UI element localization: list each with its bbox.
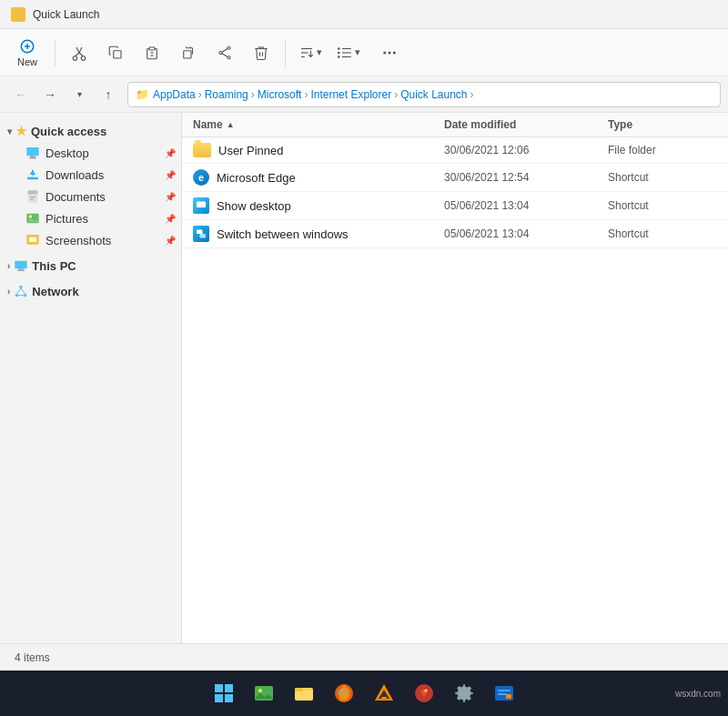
taskbar-firefox-button[interactable] xyxy=(326,675,362,711)
sort-dropdown-arrow: ▾ xyxy=(317,46,322,58)
delete-icon xyxy=(253,45,269,61)
breadcrumb-bar[interactable]: 📁 AppData › Roaming › Microsoft › Intern… xyxy=(127,82,721,107)
pin-downloads-icon: 📌 xyxy=(165,170,176,180)
cut-button[interactable] xyxy=(63,36,96,69)
taskbar-app7-button[interactable] xyxy=(486,675,522,711)
more-button[interactable] xyxy=(373,36,406,69)
breadcrumb-folder-icon: 📁 xyxy=(136,88,149,101)
file-row-switchwindows[interactable]: Switch between windows 05/06/2021 13:04 … xyxy=(182,220,728,248)
main-content: ▾ ★ Quick access Desktop 📌 xyxy=(0,113,728,643)
copy-path-button[interactable] xyxy=(172,36,205,69)
svg-point-3 xyxy=(73,55,77,60)
svg-line-49 xyxy=(17,288,22,294)
file-date-switchwindows: 05/06/2021 13:04 xyxy=(444,227,608,240)
svg-rect-29 xyxy=(30,156,35,157)
file-row-userpinned[interactable]: User Pinned 30/06/2021 12:06 File folder xyxy=(182,137,728,164)
taskbar-windows-button[interactable] xyxy=(206,675,242,711)
forward-button[interactable]: → xyxy=(36,81,64,108)
svg-rect-5 xyxy=(114,50,121,57)
sort-button[interactable]: ▾ xyxy=(293,36,328,69)
share-button[interactable] xyxy=(208,36,241,69)
file-area: Name ▲ Date modified Type U xyxy=(182,113,728,643)
paste-button[interactable] xyxy=(136,36,168,69)
pin-desktop-icon: 📌 xyxy=(165,148,176,158)
thispc-chevron: › xyxy=(7,261,10,271)
copy-path-icon xyxy=(180,45,197,61)
file-name-edge: e Microsoft Edge xyxy=(193,169,444,186)
toolbar: New xyxy=(0,29,728,76)
sidebar-item-documents-label: Documents xyxy=(46,190,106,204)
watermark: wsxdn.com xyxy=(675,689,721,699)
col-name[interactable]: Name ▲ xyxy=(193,118,444,131)
svg-point-47 xyxy=(15,294,18,297)
toolbar-separator-2 xyxy=(285,39,286,66)
taskbar-settings-button[interactable] xyxy=(446,675,482,711)
sidebar-thispc-header[interactable]: › This PC xyxy=(0,255,181,277)
vlc-icon xyxy=(373,682,395,704)
switch-shortcut-icon xyxy=(193,226,209,242)
new-button[interactable]: New xyxy=(7,33,47,73)
sidebar-network-header[interactable]: › Network xyxy=(0,280,181,302)
svg-point-24 xyxy=(339,55,340,57)
svg-point-39 xyxy=(29,215,32,217)
copy-icon xyxy=(107,45,124,61)
share-icon xyxy=(217,45,233,61)
sidebar-quickaccess-label: Quick access xyxy=(31,125,106,138)
desktop-shortcut-icon xyxy=(193,197,209,214)
file-row-showdesktop[interactable]: Show desktop 05/06/2021 13:04 Shortcut xyxy=(182,192,728,220)
svg-rect-74 xyxy=(498,693,507,695)
sidebar-item-desktop[interactable]: Desktop 📌 xyxy=(0,142,181,164)
svg-rect-28 xyxy=(26,147,38,156)
new-icon xyxy=(19,38,35,55)
dropdown-history-button[interactable]: ▾ xyxy=(66,81,93,108)
sidebar-quickaccess-header[interactable]: ▾ ★ Quick access xyxy=(0,120,181,142)
svg-rect-56 xyxy=(225,684,233,692)
file-row-edge[interactable]: e Microsoft Edge 30/06/2021 12:54 Shortc… xyxy=(182,164,728,192)
svg-point-48 xyxy=(24,294,26,297)
sidebar: ▾ ★ Quick access Desktop 📌 xyxy=(0,113,182,643)
sidebar-item-downloads[interactable]: Downloads 📌 xyxy=(0,164,181,186)
svg-rect-35 xyxy=(28,190,38,194)
back-button[interactable]: ← xyxy=(7,81,35,108)
svg-rect-45 xyxy=(17,270,25,271)
paste-icon xyxy=(144,45,160,61)
breadcrumb-microsoft[interactable]: Microsoft xyxy=(258,88,302,101)
svg-rect-9 xyxy=(184,50,191,57)
taskbar-app5-button[interactable] xyxy=(406,675,442,711)
svg-line-13 xyxy=(222,48,228,52)
explorer-icon xyxy=(293,682,315,704)
taskbar-vlc-button[interactable] xyxy=(366,675,402,711)
svg-rect-44 xyxy=(19,268,24,269)
up-button[interactable]: ↑ xyxy=(95,81,122,108)
svg-point-46 xyxy=(20,286,23,288)
breadcrumb-appdata[interactable]: AppData xyxy=(153,88,196,101)
file-type-edge: Shortcut xyxy=(608,171,717,184)
col-type[interactable]: Type xyxy=(608,118,717,131)
breadcrumb-ie[interactable]: Internet Explorer xyxy=(310,88,391,101)
svg-point-27 xyxy=(393,51,396,54)
svg-point-70 xyxy=(425,690,428,692)
view-dropdown-arrow: ▾ xyxy=(355,46,360,58)
downloads-icon xyxy=(25,167,40,182)
file-date-userpinned: 30/06/2021 12:06 xyxy=(444,144,608,156)
breadcrumb-roaming[interactable]: Roaming xyxy=(205,88,248,101)
svg-line-14 xyxy=(222,53,228,56)
cut-icon xyxy=(71,45,87,61)
sidebar-section-thispc: › This PC xyxy=(0,255,181,277)
svg-point-60 xyxy=(258,689,262,692)
app7-icon xyxy=(493,682,515,704)
sidebar-item-documents[interactable]: Documents 📌 xyxy=(0,186,181,207)
title-bar-icon xyxy=(11,7,25,22)
copy-button[interactable] xyxy=(99,36,132,69)
file-name-switchwindows: Switch between windows xyxy=(193,226,444,242)
col-date[interactable]: Date modified xyxy=(444,118,608,131)
delete-button[interactable] xyxy=(245,36,278,69)
sidebar-item-screenshots[interactable]: Screenshots 📌 xyxy=(0,229,181,251)
settings-icon xyxy=(453,682,475,704)
sidebar-item-pictures[interactable]: Pictures 📌 xyxy=(0,207,181,229)
taskbar-gallery-button[interactable] xyxy=(246,675,282,711)
taskbar-explorer-button[interactable] xyxy=(286,675,322,711)
quickaccess-chevron: ▾ xyxy=(7,126,12,136)
breadcrumb-quicklaunch[interactable]: Quick Launch xyxy=(400,88,467,101)
view-button[interactable]: ▾ xyxy=(331,36,366,69)
